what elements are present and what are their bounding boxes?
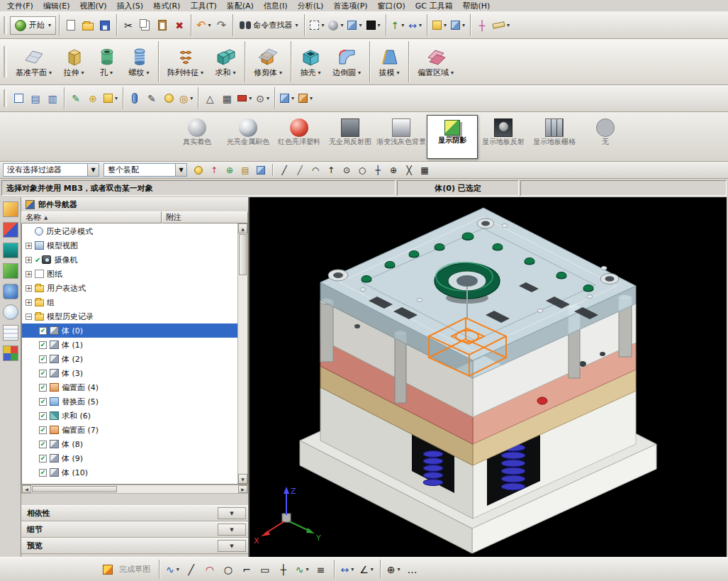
checkbox-checked[interactable]: ✔ (39, 469, 47, 477)
render-floor-reflection-button[interactable]: 显示地板反射 (478, 115, 529, 159)
render-true-shading-button[interactable]: 真实着色 (172, 115, 223, 159)
menu-assemblies[interactable]: 装配(A) (222, 0, 259, 12)
menu-view[interactable]: 视图(V) (74, 0, 111, 12)
circle-button[interactable]: ○ (220, 561, 237, 578)
point-set-button[interactable]: ⊙▾ (254, 90, 271, 107)
trim-body-button[interactable]: 修剪体▾ (248, 41, 288, 82)
constraint-navigator-icon[interactable] (3, 222, 18, 238)
reuse-button[interactable]: ◎▾ (177, 90, 195, 107)
snap-endpoint-toggle[interactable]: ╱ (277, 163, 291, 177)
toolbar-grip[interactable] (4, 89, 7, 108)
history-item-offset-face-4[interactable]: ✔ 偏置面 (4) (22, 380, 237, 394)
layer-visible-button[interactable]: ▥ (44, 90, 61, 107)
history-item-body-8[interactable]: ✔ 体 (8) (22, 437, 237, 451)
column-header-name[interactable]: 名称 ▲ (21, 211, 162, 223)
horizontal-scroll-thumb[interactable] (32, 486, 117, 492)
start-button[interactable]: 开始 ▾ (10, 16, 56, 35)
menu-help[interactable]: 帮助(H) (458, 0, 495, 12)
copy-button[interactable] (137, 17, 154, 34)
snap-center-toggle[interactable]: ⊙ (340, 163, 354, 177)
type-filter-dropdown-button[interactable]: ▼ (87, 164, 99, 176)
menu-edit[interactable]: 编辑(E) (38, 0, 75, 12)
checkbox-checked[interactable]: ✔ (39, 355, 47, 363)
tree-vertical-scrollbar[interactable]: ▲ ▼ (237, 223, 247, 484)
system-materials-icon[interactable] (3, 345, 18, 361)
checkbox-checked[interactable]: ✔ (39, 412, 47, 420)
menu-information[interactable]: 信息(I) (259, 0, 293, 12)
view-window-button[interactable] (10, 90, 27, 107)
snap-arc-toggle[interactable]: ◠ (308, 163, 323, 177)
menu-format[interactable]: 格式(R) (148, 0, 185, 12)
menu-insert[interactable]: 插入(S) (112, 0, 149, 12)
snap-circle-toggle[interactable]: ○ (355, 163, 369, 177)
dependencies-expand-button[interactable]: ▼ (218, 507, 246, 519)
tree-item-groups[interactable]: + 组 (22, 295, 237, 309)
tag-button[interactable]: ▾ (235, 90, 254, 107)
selection-scope-combo[interactable]: 整个装配 ▼ (103, 163, 187, 177)
material-button[interactable] (160, 90, 177, 107)
vertical-scroll-thumb[interactable] (239, 234, 247, 275)
background-button[interactable]: ▾ (364, 17, 383, 34)
tree-item-model-history[interactable]: − 模型历史记录 (22, 309, 237, 323)
tree-item-user-expressions[interactable]: + 用户表达式 (22, 281, 237, 295)
select-crossing-button[interactable]: ▤ (238, 163, 252, 177)
graphics-viewport[interactable]: Z X Y (250, 197, 727, 557)
web-browser-icon[interactable] (3, 304, 18, 320)
select-outside-button[interactable]: ⊕ (223, 163, 237, 177)
fillet-button[interactable]: ⌐ (238, 561, 255, 578)
render-gradient-background-button[interactable]: 渐变浅灰色背景 (376, 115, 427, 159)
render-floor-grid-button[interactable]: 显示地板栅格 (529, 115, 580, 159)
move-component-button[interactable]: ▾ (296, 90, 315, 107)
tree-horizontal-scrollbar[interactable]: ◀ ▶ (21, 485, 248, 494)
section-preview[interactable]: 预览 ▼ (21, 538, 248, 554)
wcs-button[interactable]: ▾ (430, 17, 449, 34)
menu-tools[interactable]: 工具(T) (185, 0, 221, 12)
line-button[interactable]: ╱ (183, 561, 200, 578)
tree-item-drawing[interactable]: + 图纸 (22, 267, 237, 281)
command-finder-button[interactable]: 命令查找器 ▾ (236, 17, 301, 34)
angle-dimension-button[interactable]: ∠▾ (357, 561, 376, 578)
tree-item-cameras[interactable]: + ✔ 摄像机 (22, 253, 237, 267)
selection-scope-dropdown-button[interactable]: ▼ (175, 164, 186, 176)
expand-icon[interactable]: + (26, 271, 32, 277)
render-show-shadow-button[interactable]: 显示阴影 (427, 115, 478, 159)
profile-button[interactable]: ∿▾ (164, 561, 181, 578)
history-item-body-1[interactable]: ✔ 体 (1) (22, 338, 237, 352)
checkbox-checked[interactable]: ✔ (39, 398, 47, 406)
render-none-button[interactable]: 无 (580, 115, 631, 159)
history-item-body-10[interactable]: ✔ 体 (10) (22, 465, 237, 480)
details-expand-button[interactable]: ▼ (218, 524, 246, 536)
collapse-icon[interactable]: − (26, 314, 32, 320)
grid-button[interactable]: ▦ (218, 90, 235, 107)
expression-button[interactable] (126, 90, 143, 107)
move-object-button[interactable]: ↔▾ (406, 17, 424, 34)
history-item-body-3[interactable]: ✔ 体 (3) (22, 366, 237, 380)
measure-distance-button[interactable]: ▾ (491, 17, 512, 34)
show-hide-button[interactable]: ↑▾ (389, 17, 407, 34)
3d-model-mold-assembly[interactable]: Z X Y (250, 197, 727, 557)
delete-button[interactable]: ✖ (171, 17, 188, 34)
scroll-down-button[interactable]: ▼ (238, 474, 247, 484)
expand-icon[interactable]: + (26, 243, 32, 249)
history-item-unite-6[interactable]: ✔ 求和 (6) (22, 409, 237, 423)
menu-file[interactable]: 文件(F) (2, 0, 38, 12)
view-orient-button[interactable]: ▾ (345, 17, 364, 34)
section-dependencies[interactable]: 相依性 ▼ (21, 505, 248, 521)
history-item-offset-face-7[interactable]: ✔ 偏置面 (7) (22, 423, 237, 437)
checkbox-checked[interactable]: ✔ (39, 370, 47, 377)
snap-midpoint-toggle[interactable]: ╱ (293, 163, 307, 177)
reuse-library-icon[interactable] (3, 263, 18, 279)
open-file-button[interactable] (79, 17, 96, 34)
menu-gc-toolbox[interactable]: GC 工具箱 (410, 0, 458, 12)
render-red-plastic-button[interactable]: 红色亮泽塑料 (274, 115, 325, 159)
save-button[interactable] (96, 17, 113, 34)
shell-button[interactable]: 抽壳▾ (294, 41, 327, 82)
history-item-body-9[interactable]: ✔ 体 (9) (22, 451, 237, 465)
history-item-body-2[interactable]: ✔ 体 (2) (22, 352, 237, 366)
object-display-button[interactable]: ✎ (67, 90, 84, 107)
snap-grid-toggle[interactable]: ▦ (418, 163, 432, 177)
menu-window[interactable]: 窗口(O) (373, 0, 410, 12)
sketch-pen-button[interactable]: ✎ (143, 90, 160, 107)
snap-point-on-curve-toggle[interactable]: ╳ (402, 163, 416, 177)
rapid-dimension-button[interactable]: ↔▾ (339, 561, 357, 578)
